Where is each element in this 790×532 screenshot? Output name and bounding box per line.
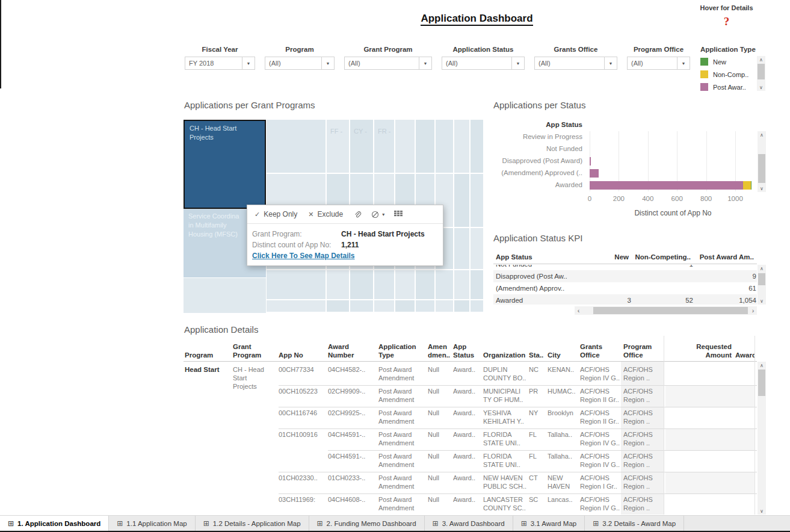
filter-dropdown-0[interactable]: FY 2018▼ — [185, 57, 255, 70]
treemap-mark[interactable] — [416, 270, 434, 299]
dropdown-arrow-icon[interactable]: ▼ — [604, 57, 617, 69]
kpi-horizontal-scrollbar[interactable]: ‹› — [575, 306, 757, 315]
bar-mark[interactable] — [590, 169, 599, 178]
dropdown-arrow-icon[interactable]: ▼ — [511, 57, 524, 69]
filter-dropdown-3[interactable]: (All)▼ — [442, 57, 525, 70]
treemap-mark[interactable] — [395, 120, 415, 173]
sheet-tab-2[interactable]: ⊞1.1 Application Map — [109, 516, 195, 531]
row-separator — [279, 472, 757, 472]
view-data-icon[interactable] — [394, 211, 403, 218]
treemap-mark[interactable] — [267, 300, 326, 312]
treemap-mark[interactable] — [327, 270, 349, 299]
treemap-mark[interactable] — [471, 300, 483, 312]
scroll-down-icon[interactable]: ∨ — [757, 84, 765, 91]
table-row[interactable]: 00CH11674602CH9925-..Post Award Amendmen… — [184, 407, 757, 428]
treemap-mark[interactable] — [267, 270, 326, 299]
scroll-down-icon[interactable]: ∨ — [758, 507, 766, 515]
scroll-up-icon[interactable]: ∧ — [758, 131, 766, 138]
treemap-mark[interactable] — [374, 270, 394, 299]
filter-dropdown-4[interactable]: (All)▼ — [534, 57, 617, 70]
legend-item-2[interactable]: Post Awar.. — [700, 81, 756, 93]
sheet-tab-6[interactable]: ⊞3.1 Award Map — [513, 516, 585, 531]
scroll-thumb[interactable] — [758, 273, 765, 285]
bar-mark[interactable] — [743, 181, 751, 190]
treemap-mark[interactable] — [395, 270, 415, 299]
table-row[interactable]: 01CH10091604CH4591-..Post Award Amendmen… — [184, 428, 757, 450]
details-vertical-scrollbar[interactable]: ∧∨ — [758, 362, 766, 515]
scroll-thumb[interactable] — [593, 307, 748, 314]
chart-scrollbar[interactable]: ∧∨ — [758, 131, 766, 192]
treemap-mark[interactable] — [267, 120, 326, 173]
dropdown-arrow-icon[interactable]: ▼ — [321, 57, 334, 69]
treemap-mark[interactable] — [454, 300, 469, 312]
map-details-link[interactable]: Click Here To See Map Details — [252, 250, 438, 262]
scroll-thumb[interactable] — [758, 370, 765, 396]
treemap-mark[interactable]: FF - — [327, 120, 349, 173]
table-row[interactable]: Head StartCH - Head Start Projects00CH77… — [184, 363, 757, 385]
treemap-mark[interactable] — [416, 300, 434, 312]
kpi-row[interactable]: Awarded3521,054 — [493, 294, 757, 305]
treemap-mark[interactable] — [395, 300, 415, 312]
keep-only-button[interactable]: ✓ Keep Only — [255, 210, 297, 218]
treemap-mark[interactable] — [454, 228, 469, 269]
filter-dropdown-5[interactable]: (All)▼ — [627, 57, 690, 70]
treemap-mark[interactable] — [454, 270, 469, 299]
treemap-mark[interactable] — [436, 120, 453, 173]
kpi-row[interactable]: Disapproved (Post Aw..9 — [493, 270, 757, 282]
scroll-thumb[interactable] — [758, 64, 765, 79]
table-row[interactable]: 04CH4591-..Post Award AmendmentNullAward… — [184, 450, 757, 472]
sheet-tab-5[interactable]: ⊞3. Award Dashboard — [425, 516, 513, 531]
group-paperclip-icon[interactable] — [354, 211, 362, 218]
bar-mark[interactable] — [751, 181, 751, 190]
sheet-tab-4[interactable]: ⊞2. Funding Memo Dashboard — [309, 516, 425, 531]
dropdown-arrow-icon[interactable]: ▼ — [419, 57, 431, 69]
table-row[interactable]: 01CH02330..01CH0233-..Post Award Amendme… — [184, 472, 757, 493]
treemap-mark[interactable] — [471, 228, 483, 269]
table-row[interactable]: 00CH10522302CH9909-..Post Award Amendmen… — [184, 385, 757, 407]
treemap-mark[interactable] — [436, 270, 453, 299]
treemap-mark[interactable] — [350, 300, 373, 312]
treemap-mark[interactable] — [454, 174, 469, 227]
sheet-tab-3[interactable]: ⊞1.2 Details - Application Map — [196, 516, 309, 531]
treemap-mark[interactable] — [471, 120, 483, 173]
kpi-row[interactable]: (Amendment) Approv..61 — [493, 282, 757, 294]
scroll-thumb[interactable] — [758, 154, 765, 183]
create-set-icon[interactable] — [371, 211, 380, 218]
kpi-vertical-scrollbar[interactable]: ∧∨ — [758, 265, 766, 305]
help-icon[interactable]: ? — [692, 15, 761, 28]
bar-mark[interactable] — [590, 181, 743, 190]
kpi-row[interactable]: Not Funded1 — [493, 265, 757, 270]
sheet-tab-1[interactable]: ⊞1. Application Dashboard — [0, 516, 109, 531]
treemap-mark[interactable] — [471, 174, 483, 227]
treemap-mark[interactable] — [454, 120, 469, 173]
treemap-mark[interactable]: CY - — [350, 120, 373, 173]
treemap-mark[interactable] — [184, 278, 266, 313]
table-row[interactable]: 03CH11969:04CH4608-..Post Award Amendmen… — [184, 493, 757, 515]
scroll-up-icon[interactable]: ∧ — [758, 265, 766, 272]
treemap-mark[interactable] — [350, 270, 373, 299]
treemap-mark[interactable] — [416, 120, 434, 173]
scroll-up-icon[interactable]: ∧ — [757, 56, 765, 63]
treemap-mark[interactable] — [471, 270, 483, 299]
legend-scrollbar[interactable]: ∧∨ — [757, 56, 765, 91]
treemap-mark[interactable]: FR - — [374, 120, 394, 173]
treemap-mark[interactable] — [327, 300, 349, 312]
exclude-button[interactable]: ✕ Exclude — [308, 210, 343, 218]
set-caret-icon[interactable]: ▾ — [382, 212, 384, 217]
bar-mark[interactable] — [590, 157, 591, 165]
filter-dropdown-2[interactable]: (All)▼ — [344, 57, 432, 70]
treemap-mark[interactable] — [436, 300, 453, 312]
filter-dropdown-1[interactable]: (All)▼ — [265, 57, 335, 70]
scroll-up-icon[interactable]: ∧ — [758, 362, 766, 369]
treemap-mark-selected[interactable]: CH - Head Start Projects — [184, 120, 266, 209]
scroll-down-icon[interactable]: ∨ — [758, 185, 766, 192]
legend-item-1[interactable]: Non-Comp.. — [700, 68, 756, 81]
dropdown-arrow-icon[interactable]: ▼ — [242, 57, 255, 69]
scroll-left-icon[interactable]: ‹ — [575, 306, 582, 315]
legend-item-0[interactable]: New — [700, 55, 756, 68]
dropdown-arrow-icon[interactable]: ▼ — [677, 57, 690, 69]
scroll-right-icon[interactable]: › — [749, 306, 757, 315]
sheet-tab-7[interactable]: ⊞3.2 Details - Award Map — [585, 516, 684, 531]
scroll-down-icon[interactable]: ∨ — [758, 297, 766, 305]
treemap-mark[interactable] — [374, 300, 394, 312]
